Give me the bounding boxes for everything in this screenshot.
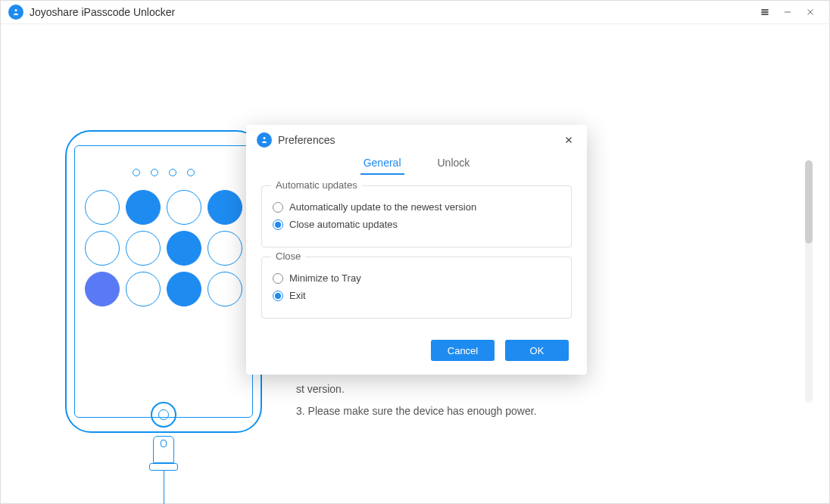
radio-label: Automatically update to the newest versi… <box>289 201 476 213</box>
tab-unlock[interactable]: Unlock <box>435 152 473 175</box>
step-3: 3. Please make sure the device has enoug… <box>296 401 799 422</box>
group-legend: Close <box>271 250 305 262</box>
scrollbar[interactable] <box>805 160 813 403</box>
ok-button[interactable]: OK <box>505 340 569 361</box>
dialog-logo <box>257 132 272 148</box>
keypad <box>85 190 242 306</box>
preferences-dialog: Preferences General Unlock Automatic upd… <box>246 125 587 375</box>
cancel-button[interactable]: Cancel <box>431 340 495 361</box>
radio-icon <box>273 273 283 284</box>
scrollbar-thumb[interactable] <box>805 160 813 244</box>
dialog-body: Automatic updates Automatically update t… <box>246 178 587 334</box>
menu-icon <box>760 7 770 17</box>
app-title: Joyoshare iPasscode Unlocker <box>30 6 175 18</box>
cable-illustration <box>149 433 178 504</box>
radio-close-updates[interactable]: Close automatic updates <box>273 219 560 230</box>
lightning-plug-icon <box>153 436 174 463</box>
radio-label: Exit <box>289 290 306 301</box>
close-icon <box>805 7 816 17</box>
titlebar: Joyoshare iPasscode Unlocker <box>1 1 829 24</box>
dialog-footer: Cancel OK <box>246 334 587 375</box>
app-window: Joyoshare iPasscode Unlocker <box>0 0 830 504</box>
phone-outline <box>65 130 262 433</box>
radio-auto-update[interactable]: Automatically update to the newest versi… <box>273 201 560 213</box>
svg-point-0 <box>15 9 17 11</box>
step-2: st version. <box>296 379 799 400</box>
svg-rect-1 <box>762 10 768 11</box>
radio-icon <box>273 202 283 213</box>
close-icon <box>563 135 574 145</box>
radio-label: Minimize to Tray <box>289 272 361 284</box>
minimize-button[interactable] <box>776 1 799 23</box>
radio-icon <box>273 219 283 230</box>
menu-button[interactable] <box>754 1 776 23</box>
group-legend: Automatic updates <box>271 179 362 191</box>
dialog-title: Preferences <box>278 134 335 146</box>
group-close-behavior: Close Minimize to Tray Exit <box>261 257 572 319</box>
home-button-icon <box>151 402 176 428</box>
dialog-tabs: General Unlock <box>246 152 587 178</box>
radio-exit[interactable]: Exit <box>273 290 560 301</box>
minimize-icon <box>782 7 793 17</box>
radio-minimize-tray[interactable]: Minimize to Tray <box>273 272 560 284</box>
radio-label: Close automatic updates <box>289 219 398 230</box>
passcode-dots <box>133 169 195 176</box>
dialog-close-button[interactable] <box>561 132 576 148</box>
group-automatic-updates: Automatic updates Automatically update t… <box>261 185 572 247</box>
tab-general[interactable]: General <box>360 152 404 175</box>
app-logo <box>8 5 23 20</box>
svg-rect-3 <box>762 14 768 14</box>
svg-rect-2 <box>762 11 768 12</box>
radio-icon <box>273 291 283 301</box>
svg-point-7 <box>264 137 266 139</box>
phone-screen <box>74 145 253 418</box>
close-button[interactable] <box>799 1 822 23</box>
dialog-header: Preferences <box>246 125 587 152</box>
